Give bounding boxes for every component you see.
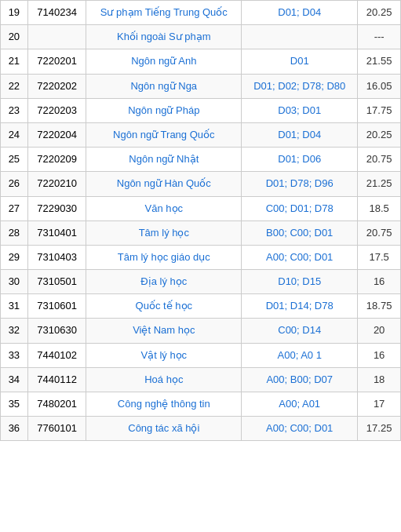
row-name: Hoá học <box>86 367 242 392</box>
row-blocks: D03; D01 <box>242 98 358 122</box>
row-stt: 31 <box>1 294 28 319</box>
row-blocks: D01 <box>242 49 358 74</box>
row-score: 20.25 <box>358 1 401 25</box>
table-row: 267220210Ngôn ngữ Hàn QuốcD01; D78; D962… <box>1 172 401 196</box>
row-code <box>27 25 86 49</box>
row-blocks: C00; D01; D78 <box>242 196 358 220</box>
table-row: 277229030Văn họcC00; D01; D7818.5 <box>1 196 401 220</box>
row-name: Tâm lý học giáo dục <box>86 245 242 269</box>
table-row: 247220204Ngôn ngữ Trang QuốcD01; D0420.2… <box>1 122 401 147</box>
row-score: --- <box>358 25 401 49</box>
table-row: 237220203Ngôn ngữ PhápD03; D0117.75 <box>1 98 401 122</box>
table-row: 337440102Vật lý họcA00; A0 116 <box>1 343 401 367</box>
table-row: 347440112Hoá họcA00; B00; D0718 <box>1 367 401 392</box>
table-row: 317310601Quốc tế họcD01; D14; D7818.75 <box>1 294 401 319</box>
row-code: 7310630 <box>27 319 86 343</box>
row-score: 21.25 <box>358 172 401 196</box>
row-name: Ngôn ngữ Hàn Quốc <box>86 172 242 196</box>
row-name: Ngôn ngữ Trang Quốc <box>86 122 242 147</box>
row-name: Quốc tế học <box>86 294 242 319</box>
row-stt: 22 <box>1 74 28 98</box>
row-stt: 21 <box>1 49 28 74</box>
table-row: 327310630Việt Nam họcC00; D1420 <box>1 319 401 343</box>
row-score: 20 <box>358 319 401 343</box>
row-name: Khối ngoài Sư phạm <box>86 25 242 49</box>
row-code: 7310601 <box>27 294 86 319</box>
row-stt: 25 <box>1 148 28 172</box>
row-blocks: B00; C00; D01 <box>242 220 358 245</box>
row-stt: 27 <box>1 196 28 220</box>
row-name: Vật lý học <box>86 343 242 367</box>
row-code: 7310403 <box>27 245 86 269</box>
row-code: 7220209 <box>27 148 86 172</box>
majors-table: 197140234Sư phạm Tiếng Trung QuốcD01; D0… <box>0 0 401 441</box>
row-stt: 30 <box>1 270 28 294</box>
row-stt: 20 <box>1 25 28 49</box>
row-code: 7220210 <box>27 172 86 196</box>
row-score: 18.75 <box>358 294 401 319</box>
row-blocks: D01; D14; D78 <box>242 294 358 319</box>
row-stt: 23 <box>1 98 28 122</box>
row-score: 21.55 <box>358 49 401 74</box>
row-score: 16.05 <box>358 74 401 98</box>
row-name: Tâm lý học <box>86 220 242 245</box>
table-row: 307310501Địa lý họcD10; D1516 <box>1 270 401 294</box>
row-stt: 19 <box>1 1 28 25</box>
row-blocks <box>242 25 358 49</box>
row-blocks: A00; C00; D01 <box>242 245 358 269</box>
table-row: 227220202Ngôn ngữ NgaD01; D02; D78; D801… <box>1 74 401 98</box>
table-row: 297310403Tâm lý học giáo dụcA00; C00; D0… <box>1 245 401 269</box>
row-blocks: D01; D78; D96 <box>242 172 358 196</box>
row-score: 18.5 <box>358 196 401 220</box>
row-code: 7440102 <box>27 343 86 367</box>
row-code: 7220202 <box>27 74 86 98</box>
row-blocks: C00; D14 <box>242 319 358 343</box>
row-blocks: D01; D06 <box>242 148 358 172</box>
row-score: 17.75 <box>358 98 401 122</box>
row-blocks: A00; A01 <box>242 392 358 417</box>
row-stt: 35 <box>1 392 28 417</box>
row-stt: 29 <box>1 245 28 269</box>
row-name: Ngôn ngữ Anh <box>86 49 242 74</box>
row-code: 7310401 <box>27 220 86 245</box>
row-stt: 32 <box>1 319 28 343</box>
row-blocks: D01; D02; D78; D80 <box>242 74 358 98</box>
row-score: 17.5 <box>358 245 401 269</box>
row-score: 17.25 <box>358 417 401 441</box>
row-name: Địa lý học <box>86 270 242 294</box>
row-blocks: D01; D04 <box>242 122 358 147</box>
row-code: 7480201 <box>27 392 86 417</box>
row-blocks: A00; C00; D01 <box>242 417 358 441</box>
row-name: Ngôn ngữ Pháp <box>86 98 242 122</box>
table-row: 217220201Ngôn ngữ AnhD0121.55 <box>1 49 401 74</box>
row-name: Công nghệ thông tin <box>86 392 242 417</box>
row-name: Sư phạm Tiếng Trung Quốc <box>86 1 242 25</box>
row-code: 7220203 <box>27 98 86 122</box>
row-score: 20.75 <box>358 220 401 245</box>
row-stt: 36 <box>1 417 28 441</box>
row-blocks: A00; A0 1 <box>242 343 358 367</box>
row-stt: 26 <box>1 172 28 196</box>
row-stt: 34 <box>1 367 28 392</box>
row-name: Ngôn ngữ Nhật <box>86 148 242 172</box>
row-blocks: D01; D04 <box>242 1 358 25</box>
row-blocks: A00; B00; D07 <box>242 367 358 392</box>
row-code: 7220204 <box>27 122 86 147</box>
row-code: 7229030 <box>27 196 86 220</box>
row-score: 17 <box>358 392 401 417</box>
row-name: Ngôn ngữ Nga <box>86 74 242 98</box>
row-code: 7440112 <box>27 367 86 392</box>
row-name: Việt Nam học <box>86 319 242 343</box>
row-score: 20.25 <box>358 122 401 147</box>
row-score: 20.75 <box>358 148 401 172</box>
row-name: Văn học <box>86 196 242 220</box>
row-stt: 33 <box>1 343 28 367</box>
table-row: 287310401Tâm lý họcB00; C00; D0120.75 <box>1 220 401 245</box>
table-row: 20Khối ngoài Sư phạm--- <box>1 25 401 49</box>
table-row: 197140234Sư phạm Tiếng Trung QuốcD01; D0… <box>1 1 401 25</box>
row-code: 7140234 <box>27 1 86 25</box>
row-name: Công tác xã hội <box>86 417 242 441</box>
table-row: 257220209Ngôn ngữ NhậtD01; D0620.75 <box>1 148 401 172</box>
row-code: 7760101 <box>27 417 86 441</box>
row-score: 18 <box>358 367 401 392</box>
